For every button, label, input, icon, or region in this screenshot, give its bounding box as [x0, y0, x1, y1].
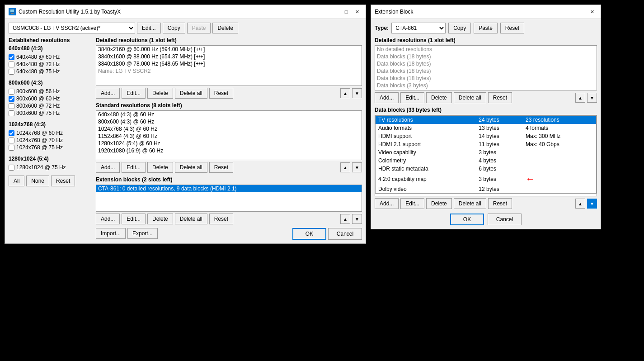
maximize-button[interactable]: □ — [341, 8, 351, 16]
standard-reset-button[interactable]: Reset — [209, 162, 233, 173]
ext-cancel-button[interactable]: Cancel — [488, 214, 522, 225]
export-button[interactable]: Export... — [127, 228, 158, 239]
minimize-button[interactable]: ─ — [330, 8, 340, 16]
detailed-add-button[interactable]: Add... — [96, 88, 120, 99]
extension-reset-button[interactable]: Reset — [209, 214, 233, 224]
table-row[interactable]: TV resolutions 24 bytes 23 resolutions — [376, 116, 597, 124]
data-delete-button[interactable]: Delete — [426, 198, 452, 209]
main-ok-button[interactable]: OK — [292, 228, 326, 240]
data-edit-button[interactable]: Edit... — [400, 198, 424, 209]
standard-delete-button[interactable]: Delete — [147, 162, 173, 173]
standard-down-button[interactable]: ▼ — [352, 162, 362, 172]
list-item[interactable]: 3840x2160 @ 60.000 Hz (594.00 MHz) [+/+] — [96, 46, 362, 53]
table-row[interactable]: HDMI support 14 bytes Max: 300 MHz — [376, 132, 597, 140]
detailed-delete-all-button[interactable]: Delete all — [175, 88, 207, 99]
ext-detailed-edit-button[interactable]: Edit... — [400, 92, 424, 103]
data-down-button[interactable]: ▼ — [587, 199, 597, 209]
detailed-delete-button[interactable]: Delete — [147, 88, 173, 99]
extension-delete-button[interactable]: Delete — [147, 214, 173, 224]
detailed-up-button[interactable]: ▲ — [340, 88, 350, 98]
list-item[interactable]: 1024x768 (4:3) @ 60 Hz — [96, 125, 362, 133]
ext-paste-button[interactable]: Paste — [474, 23, 498, 33]
standard-resolutions-listbox[interactable]: 640x480 (4:3) @ 60 Hz 800x600 (4:3) @ 60… — [96, 110, 362, 160]
ext-copy-button[interactable]: Copy — [448, 23, 471, 33]
table-row[interactable]: Audio formats 13 bytes 4 formats — [376, 124, 597, 132]
detailed-resolutions-listbox[interactable]: 3840x2160 @ 60.000 Hz (594.00 MHz) [+/+]… — [96, 45, 362, 86]
ext-reset-button[interactable]: Reset — [500, 23, 524, 33]
ext-detailed-delete-button[interactable]: Delete — [426, 92, 452, 103]
list-item[interactable]: 800x600 (4:3) @ 60 Hz — [96, 118, 362, 125]
established-resolutions-panel: Established resolutions 640x480 (4:3) 64… — [9, 37, 92, 240]
copy-button[interactable]: Copy — [163, 23, 185, 33]
checkbox-800x600-60[interactable]: 800x600 @ 60 Hz — [9, 95, 92, 102]
ext-detailed-add-button[interactable]: Add... — [375, 92, 399, 103]
list-item[interactable]: 1152x864 (4:3) @ 60 Hz — [96, 133, 362, 140]
delete-button[interactable]: Delete — [212, 23, 238, 33]
ext-close-button[interactable]: ✕ — [587, 8, 597, 16]
extension-add-button[interactable]: Add... — [96, 214, 120, 224]
import-button[interactable]: Import... — [96, 228, 126, 239]
table-row[interactable]: 4:2:0 capability map 3 bytes ← — [376, 173, 597, 185]
standard-up-button[interactable]: ▲ — [340, 162, 350, 172]
none-button[interactable]: None — [26, 176, 49, 186]
svg-rect-1 — [10, 10, 14, 12]
list-item[interactable]: 1280x1024 (5:4) @ 60 Hz — [96, 140, 362, 147]
device-dropdown[interactable]: GSMC0C8 - LG TV SSCR2 (active)* — [9, 23, 135, 33]
main-cancel-button[interactable]: Cancel — [328, 228, 362, 240]
extension-blocks-listbox[interactable]: CTA-861: 0 detailed resolutions, 9 data … — [96, 185, 362, 212]
table-row[interactable]: HDR static metadata 6 bytes — [376, 165, 597, 173]
ext-detailed-up-button[interactable]: ▲ — [575, 93, 585, 103]
ext-detailed-reset-button[interactable]: Reset — [488, 92, 512, 103]
detailed-edit-button[interactable]: Edit... — [122, 88, 146, 99]
group-label-1280x1024: 1280x1024 (5:4) — [9, 156, 92, 162]
list-item[interactable]: 640x480 (4:3) @ 60 Hz — [96, 111, 362, 118]
extension-down-button[interactable]: ▼ — [352, 214, 362, 224]
checkbox-800x600-56[interactable]: 800x600 @ 56 Hz — [9, 88, 92, 95]
checkbox-800x600-72[interactable]: 800x600 @ 72 Hz — [9, 102, 92, 109]
checkbox-1024x768-60[interactable]: 1024x768 @ 60 Hz — [9, 129, 92, 137]
ext-ok-button[interactable]: OK — [450, 214, 484, 225]
list-item[interactable]: 3840x1600 @ 88.000 Hz (654.37 MHz) [+/+] — [96, 53, 362, 60]
standard-delete-all-button[interactable]: Delete all — [175, 162, 207, 173]
ext-detailed-delete-all-button[interactable]: Delete all — [454, 92, 486, 103]
list-item[interactable]: 1920x1080 (16:9) @ 60 Hz — [96, 147, 362, 154]
edit-button[interactable]: Edit... — [137, 23, 161, 33]
checkbox-1024x768-75[interactable]: 1024x768 @ 75 Hz — [9, 144, 92, 151]
extension-up-button[interactable]: ▲ — [340, 214, 350, 224]
reset-established-button[interactable]: Reset — [51, 176, 75, 186]
checkbox-640x480-75[interactable]: 640x480 @ 75 Hz — [9, 68, 92, 75]
ext-detailed-listbox[interactable]: No detailed resolutions Data blocks (18 … — [375, 45, 597, 90]
paste-button[interactable]: Paste — [187, 23, 211, 33]
checkbox-640x480-72[interactable]: 640x480 @ 72 Hz — [9, 61, 92, 68]
ext-detailed-down-button[interactable]: ▼ — [587, 93, 597, 103]
block-bytes: 3 bytes — [476, 148, 523, 157]
detailed-down-button[interactable]: ▼ — [352, 88, 362, 98]
list-item-name: Name: LG TV SSCR2 — [96, 67, 362, 75]
detailed-reset-button[interactable]: Reset — [209, 88, 233, 99]
data-add-button[interactable]: Add... — [375, 198, 399, 209]
checkbox-1280x1024-75[interactable]: 1280x1024 @ 75 Hz — [9, 164, 92, 171]
checkbox-640x480-60[interactable]: 640x480 @ 60 Hz — [9, 53, 92, 61]
table-row[interactable]: Colorimetry 4 bytes — [376, 157, 597, 165]
extension-block-item[interactable]: CTA-861: 0 detailed resolutions, 9 data … — [96, 185, 362, 192]
type-dropdown[interactable]: CTA-861 — [391, 23, 446, 33]
main-toolbar: GSMC0C8 - LG TV SSCR2 (active)* Edit... … — [9, 23, 362, 33]
data-blocks-listbox[interactable]: TV resolutions 24 bytes 23 resolutions A… — [375, 115, 597, 196]
standard-add-button[interactable]: Add... — [96, 162, 120, 173]
extension-delete-all-button[interactable]: Delete all — [175, 214, 207, 224]
checkbox-1024x768-70[interactable]: 1024x768 @ 70 Hz — [9, 137, 92, 144]
table-row[interactable]: Video capability 3 bytes — [376, 148, 597, 157]
ext-detailed-resolutions-section: Detailed resolutions (1 slot left) No de… — [375, 37, 597, 103]
all-button[interactable]: All — [9, 176, 24, 186]
extension-edit-button[interactable]: Edit... — [122, 214, 146, 224]
data-reset-button[interactable]: Reset — [488, 198, 512, 209]
block-bytes: 24 bytes — [476, 116, 523, 124]
standard-edit-button[interactable]: Edit... — [122, 162, 146, 173]
table-row[interactable]: Dolby video 12 bytes — [376, 185, 597, 194]
data-delete-all-button[interactable]: Delete all — [454, 198, 486, 209]
data-up-button[interactable]: ▲ — [575, 199, 585, 209]
close-button[interactable]: ✕ — [352, 8, 362, 16]
checkbox-800x600-75[interactable]: 800x600 @ 75 Hz — [9, 109, 92, 117]
list-item[interactable]: 3840x1800 @ 78.000 Hz (648.65 MHz) [+/+] — [96, 60, 362, 67]
table-row[interactable]: HDMI 2.1 support 11 bytes Max: 40 Gbps — [376, 140, 597, 148]
